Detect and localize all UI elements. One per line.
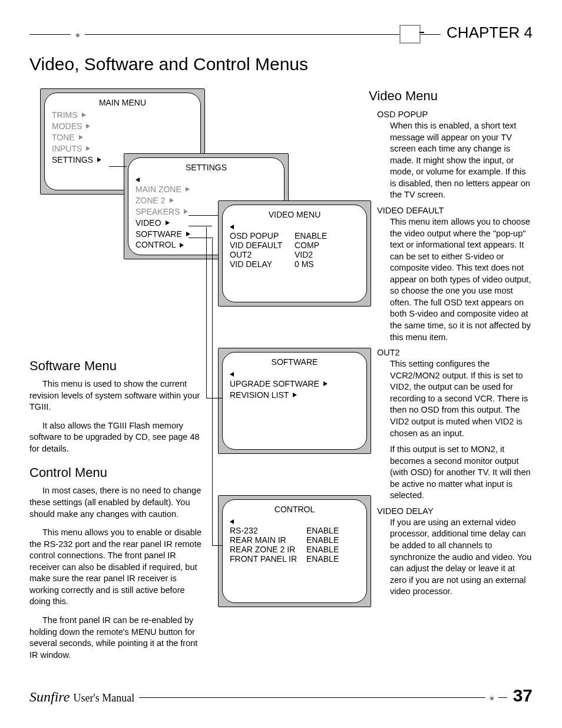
- connector-line: [212, 545, 223, 546]
- item-body-osd: When this is enabled, a short text messa…: [390, 120, 533, 201]
- back-arrow-icon: [230, 369, 359, 378]
- panel-software: SOFTWARE UPGRADE SOFTWARE REVISION LIST: [218, 348, 371, 454]
- control-heading: Control Menu: [29, 465, 206, 480]
- item-body-out2b: If this output is set to MON2, it become…: [390, 444, 533, 502]
- software-p1: This menu is used to show the current re…: [29, 378, 206, 413]
- diagram-column: MAIN MENU TRIMS MODES TONE INPUTS SETTIN…: [29, 88, 357, 602]
- video-menu-title: VIDEO MENU: [230, 210, 359, 219]
- connector-line: [189, 215, 218, 216]
- video-menu-heading: Video Menu: [369, 88, 533, 104]
- software-p2: It also allows the TGIII Flash memory so…: [29, 420, 206, 455]
- back-arrow-icon: [230, 222, 359, 231]
- page-title: Video, Software and Control Menus: [29, 54, 533, 74]
- control-title: CONTROL: [230, 505, 359, 514]
- right-column: Video Menu OSD POPUP When this is enable…: [369, 88, 533, 602]
- software-heading: Software Menu: [29, 358, 206, 374]
- control-row-rearzone2: REAR ZONE 2 IRENABLE: [230, 545, 359, 554]
- page-footer: Sunfire User's Manual ✶ 37: [29, 689, 533, 707]
- video-row-delay: VID DELAY0 MS: [230, 259, 359, 269]
- brand-name: Sunfire: [29, 689, 70, 704]
- brand-label: Sunfire User's Manual: [29, 689, 139, 705]
- control-p2: This menu allows you to enable or disabl…: [29, 527, 206, 608]
- connector-line: [109, 166, 127, 167]
- manual-label: User's Manual: [73, 692, 134, 704]
- software-title: SOFTWARE: [230, 357, 359, 367]
- page-header: ✶ CHAPTER 4: [29, 24, 533, 47]
- header-box-icon: [399, 25, 421, 44]
- control-row-rearmain: REAR MAIN IRENABLE: [230, 535, 359, 545]
- connector-line: [212, 239, 213, 545]
- back-arrow-icon: [230, 516, 359, 526]
- menu-item-tone: TONE: [52, 132, 193, 143]
- item-title-default: VIDEO DEFAULT: [377, 206, 533, 215]
- control-p1: In most cases, there is no need to chang…: [29, 485, 206, 520]
- connector-line: [206, 227, 207, 398]
- menu-item-trims: TRIMS: [52, 110, 193, 121]
- connector-line: [189, 238, 213, 238]
- settings-title: SETTINGS: [135, 163, 277, 172]
- item-body-delay: If you are using an external video proce…: [390, 517, 533, 598]
- page-number: 37: [507, 686, 533, 706]
- software-item-upgrade: UPGRADE SOFTWARE: [230, 378, 359, 390]
- text-sections: Software Menu This menu is used to show …: [29, 348, 206, 668]
- control-row-frontpanel: FRONT PANEL IRENABLE: [230, 554, 359, 564]
- connector-line: [189, 226, 212, 226]
- menu-item-modes: MODES: [52, 121, 193, 132]
- video-row-out2: OUT2VID2: [230, 250, 359, 259]
- item-body-out2: This setting configures the VCR2/MON2 ou…: [390, 358, 533, 439]
- video-row-osd: OSD POPUPENABLE: [230, 231, 359, 241]
- video-row-default: VID DEFAULTCOMP: [230, 241, 359, 250]
- control-p3: The front panel IR can be re-enabled by …: [29, 615, 206, 661]
- control-row-rs232: RS-232ENABLE: [230, 526, 359, 535]
- item-body-default: This menu item allows you to choose the …: [390, 216, 533, 343]
- footer-star-icon: ✶: [485, 694, 498, 703]
- back-arrow-icon: [135, 174, 277, 184]
- header-star-icon: ✶: [71, 31, 85, 40]
- panel-video-menu: VIDEO MENU OSD POPUPENABLE VID DEFAULTCO…: [218, 200, 371, 307]
- panel-control: CONTROL RS-232ENABLE REAR MAIN IRENABLE …: [218, 495, 371, 607]
- settings-item-mainzone: MAIN ZONE: [135, 184, 277, 195]
- chapter-label: CHAPTER 4: [441, 24, 533, 42]
- connector-line: [206, 398, 223, 398]
- main-menu-title: MAIN MENU: [52, 98, 193, 107]
- item-title-out2: OUT2: [377, 348, 533, 357]
- item-title-osd: OSD POPUP: [377, 110, 533, 119]
- software-item-revision: REVISION LIST: [230, 390, 359, 401]
- item-title-delay: VIDEO DELAY: [377, 506, 533, 516]
- menu-item-inputs: INPUTS: [52, 143, 193, 154]
